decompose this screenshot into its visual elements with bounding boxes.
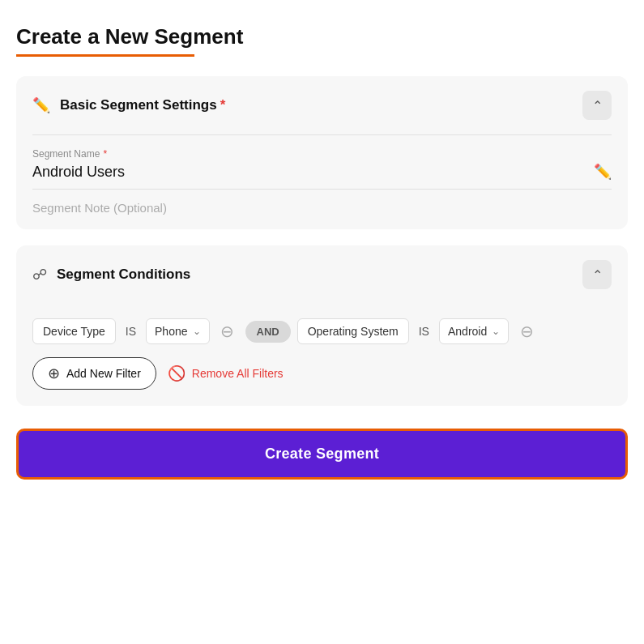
remove-all-filters-button[interactable]: 🚫 Remove All Filters — [168, 365, 284, 382]
segment-conditions-collapse-button[interactable]: ⌃ — [582, 260, 612, 289]
add-new-filter-button[interactable]: ⊕ Add New Filter — [32, 357, 156, 390]
title-underline — [16, 54, 194, 57]
edit-segment-name-icon[interactable]: ✏️ — [594, 163, 612, 181]
page-title: Create a New Segment — [16, 24, 628, 49]
segment-conditions-title: Segment Conditions — [57, 267, 190, 283]
segment-name-value: Android Users — [32, 164, 125, 181]
pencil-icon: ✏️ — [32, 96, 50, 114]
segment-conditions-card: ☍ Segment Conditions ⌃ Device Type IS Ph… — [16, 245, 628, 406]
segment-note-placeholder: Segment Note (Optional) — [32, 201, 167, 215]
operating-system-operator: IS — [416, 319, 433, 343]
conditions-body: Device Type IS Phone ⌄ ⊖ AND Operating S… — [16, 304, 628, 406]
remove-all-label: Remove All Filters — [192, 367, 284, 380]
ban-icon: 🚫 — [168, 365, 186, 382]
basic-settings-header-left: ✏️ Basic Segment Settings* — [32, 96, 225, 114]
filter-row: Device Type IS Phone ⌄ ⊖ AND Operating S… — [32, 318, 612, 344]
basic-settings-header: ✏️ Basic Segment Settings* ⌃ — [16, 76, 628, 134]
basic-settings-card: ✏️ Basic Segment Settings* ⌃ Segment Nam… — [16, 76, 628, 229]
segment-name-area: Segment Name* Android Users ✏️ — [16, 135, 628, 189]
create-segment-button[interactable]: Create Segment — [16, 429, 628, 480]
device-type-operator: IS — [122, 319, 139, 343]
chevron-down-icon-2: ⌄ — [492, 326, 500, 337]
remove-device-type-filter-button[interactable]: ⊖ — [216, 320, 239, 343]
operating-system-value-text: Android — [448, 325, 487, 338]
segment-name-value-row: Android Users ✏️ — [32, 163, 612, 181]
filter-action-row: ⊕ Add New Filter 🚫 Remove All Filters — [32, 357, 612, 390]
operating-system-value-select[interactable]: Android ⌄ — [439, 318, 509, 344]
operating-system-field-tag: Operating System — [297, 318, 409, 344]
basic-settings-title-text: Basic Segment Settings — [60, 97, 217, 113]
device-type-field-tag: Device Type — [32, 318, 116, 344]
chevron-down-icon-1: ⌄ — [193, 326, 201, 337]
and-connector-badge: AND — [245, 321, 291, 343]
segment-conditions-header-left: ☍ Segment Conditions — [32, 266, 190, 284]
basic-settings-collapse-button[interactable]: ⌃ — [582, 91, 612, 120]
segment-conditions-header: ☍ Segment Conditions ⌃ — [16, 245, 628, 304]
basic-settings-required-star: * — [220, 97, 226, 113]
remove-os-filter-button[interactable]: ⊖ — [515, 320, 538, 343]
segment-name-label: Segment Name* — [32, 148, 612, 160]
device-type-value-select[interactable]: Phone ⌄ — [146, 318, 209, 344]
device-type-value-text: Phone — [155, 325, 187, 338]
plus-circle-icon: ⊕ — [48, 365, 60, 382]
sliders-icon: ☍ — [32, 266, 47, 284]
add-filter-label: Add New Filter — [66, 367, 141, 380]
segment-note-field[interactable]: Segment Note (Optional) — [16, 190, 628, 229]
basic-settings-title: Basic Segment Settings* — [60, 97, 225, 113]
